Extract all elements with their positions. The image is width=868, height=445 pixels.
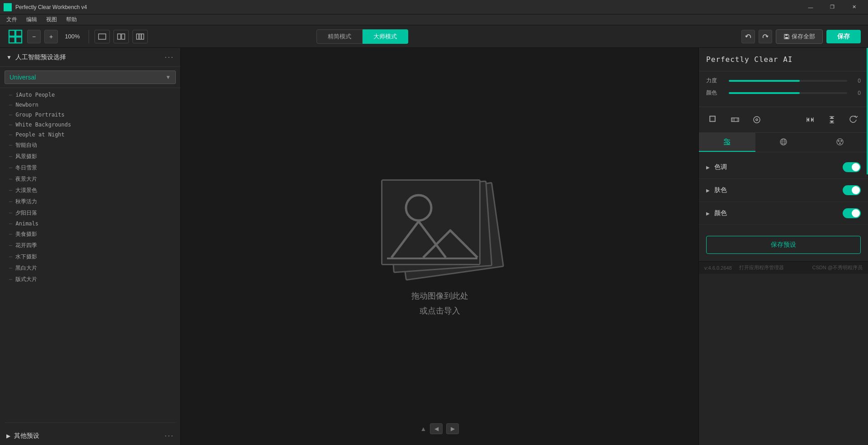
svg-rect-7: [99, 34, 106, 39]
redo-button[interactable]: [759, 30, 772, 43]
version-text: v:4.6.0.2648: [704, 265, 732, 271]
preset-item-white-backgrounds[interactable]: White Backgrounds: [0, 120, 180, 130]
tab-palette[interactable]: [811, 133, 868, 152]
svg-point-36: [838, 140, 840, 142]
panel-more-button[interactable]: ···: [165, 52, 174, 62]
nav-prev-button[interactable]: ◀: [430, 423, 443, 434]
tool-crop-icon[interactable]: [706, 112, 721, 127]
nav-next-button[interactable]: ▶: [446, 423, 459, 434]
panel-divider: [5, 422, 176, 423]
svg-rect-9: [122, 34, 125, 39]
svg-point-28: [727, 142, 730, 144]
tool-flip-h-icon[interactable]: [803, 112, 817, 127]
preset-item-desert[interactable]: 大漠景色: [0, 185, 180, 196]
tone-label: 色调: [714, 163, 843, 171]
minimize-button[interactable]: —: [800, 0, 821, 14]
tool-icons-row: [699, 107, 868, 133]
save-preset-button[interactable]: 保存预设: [706, 236, 861, 254]
preset-item-flowers[interactable]: 花开四季: [0, 240, 180, 251]
preset-item-underwater[interactable]: 水下摄影: [0, 251, 180, 262]
collapse-arrow[interactable]: ▼: [6, 54, 12, 61]
save-button[interactable]: 保存: [826, 30, 861, 43]
tool-circle-icon[interactable]: [750, 112, 764, 127]
preset-dropdown[interactable]: Universal ▼: [5, 70, 176, 84]
image-placeholder: [377, 175, 503, 283]
tool-rotate-icon[interactable]: [846, 112, 861, 127]
canvas-area[interactable]: 拖动图像到此处 或点击导入 ▲ ◀ ▶: [181, 48, 698, 445]
color-slider-label: 颜色: [706, 89, 724, 97]
preset-item-group-portraits[interactable]: Group Portraits: [0, 110, 180, 120]
view-multi-button[interactable]: [132, 30, 148, 43]
svg-rect-5: [9, 37, 15, 43]
view-single-button[interactable]: [94, 30, 110, 43]
save-all-button[interactable]: 保存全部: [776, 29, 823, 44]
ai-preset-header: ▼ 人工智能预设选择 ···: [0, 48, 180, 67]
other-collapse-arrow[interactable]: ▶: [6, 433, 10, 439]
mode-group: 精简模式 大师模式: [316, 29, 408, 44]
svg-point-26: [725, 139, 727, 141]
menu-view[interactable]: 视图: [42, 15, 61, 24]
open-manager-label[interactable]: 打开应用程序管理器: [739, 264, 784, 271]
view-grid-button[interactable]: [113, 30, 129, 43]
right-panel: Perfectly Clear AI 力度 0 颜色 0: [698, 48, 868, 445]
menu-file[interactable]: 文件: [2, 15, 22, 24]
menu-help[interactable]: 帮助: [61, 15, 81, 24]
skin-header[interactable]: ▶ 肤色: [699, 179, 868, 201]
skin-label: 肤色: [714, 186, 843, 194]
app-title: Perfectly Clear Workbench v4: [15, 4, 797, 10]
main-layout: ▼ 人工智能预设选择 ··· Universal ▼ iAuto People …: [0, 48, 868, 445]
preset-item-autumn[interactable]: 秋季活力: [0, 196, 180, 207]
simple-mode-button[interactable]: 精简模式: [316, 29, 363, 44]
color-header[interactable]: ▶ 颜色: [699, 202, 868, 225]
toolbar-right: 保存全部 保存: [741, 29, 861, 44]
undo-button[interactable]: [741, 30, 755, 43]
zoom-plus-button[interactable]: +: [44, 30, 58, 43]
preset-selected-value: Universal: [9, 74, 36, 81]
menu-edit[interactable]: 编辑: [22, 15, 42, 24]
color-slider[interactable]: [729, 92, 847, 94]
save-all-label: 保存全部: [792, 33, 815, 41]
close-button[interactable]: ✕: [844, 0, 864, 14]
drop-zone[interactable]: 拖动图像到此处 或点击导入: [181, 48, 698, 445]
master-mode-button[interactable]: 大师模式: [363, 29, 408, 44]
tab-globe[interactable]: [755, 133, 812, 152]
tone-toggle[interactable]: [843, 162, 861, 172]
svg-rect-8: [118, 34, 121, 39]
preset-item-iauto-people[interactable]: iAuto People: [0, 90, 180, 100]
preset-item-bw[interactable]: 黑白大片: [0, 262, 180, 274]
intensity-slider[interactable]: [729, 80, 847, 82]
preset-item-sunset[interactable]: 夕阳日落: [0, 207, 180, 219]
preset-item-animals[interactable]: Animals: [0, 219, 180, 229]
preset-item-smart-auto[interactable]: 智能自动: [0, 140, 180, 151]
zoom-minus-button[interactable]: −: [27, 30, 41, 43]
csdn-label: CSDN @不秀明程序员: [812, 264, 863, 271]
svg-rect-12: [142, 34, 144, 39]
adjustment-tabs: [699, 133, 868, 152]
ai-sliders: 力度 0 颜色 0: [699, 71, 868, 107]
preset-item-landscape[interactable]: 风景摄影: [0, 151, 180, 162]
preset-item-people-at-night[interactable]: People at Night: [0, 130, 180, 140]
color-toggle-knob: [852, 209, 860, 217]
tone-header[interactable]: ▶ 色调: [699, 156, 868, 178]
color-row: 颜色 0: [706, 89, 861, 97]
preset-item-night[interactable]: 夜景大片: [0, 173, 180, 185]
intensity-value: 0: [852, 78, 861, 84]
preset-item-winter[interactable]: 冬日雪景: [0, 162, 180, 173]
svg-point-38: [839, 142, 841, 144]
intensity-row: 力度 0: [706, 77, 861, 84]
logo-icon: [7, 28, 24, 45]
preset-item-fashion[interactable]: 版式大片: [0, 274, 180, 285]
separator-1: [89, 30, 89, 43]
preset-item-newborn[interactable]: Newborn: [0, 100, 180, 110]
app-icon: [4, 3, 12, 11]
tool-straighten-icon[interactable]: [728, 112, 742, 127]
skin-toggle[interactable]: [843, 185, 861, 195]
svg-rect-3: [9, 30, 15, 36]
color-toggle[interactable]: [843, 208, 861, 218]
tab-adjustments[interactable]: [699, 133, 755, 152]
tool-flip-v-icon[interactable]: [825, 112, 839, 127]
maximize-button[interactable]: ❐: [822, 0, 843, 14]
preset-item-food[interactable]: 美食摄影: [0, 229, 180, 240]
color-slider-value: 0: [852, 90, 861, 96]
other-panel-more-button[interactable]: ···: [165, 431, 174, 440]
